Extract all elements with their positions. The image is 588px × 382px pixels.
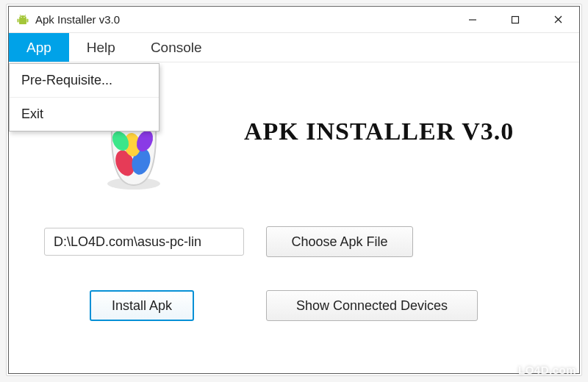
install-apk-button[interactable]: Install Apk [90,290,194,321]
titlebar: Apk Installer v3.0 [9,7,579,33]
page-title: APK INSTALLER V3.0 [244,118,514,145]
svg-rect-3 [18,18,19,22]
menu-app[interactable]: App [9,33,69,62]
svg-line-1 [20,15,21,16]
menu-prerequisite[interactable]: Pre-Requisite... [10,64,159,98]
menu-console[interactable]: Console [133,33,220,62]
watermark: LO4D.com [518,364,576,376]
minimize-button[interactable] [451,7,494,33]
svg-rect-4 [27,18,29,22]
svg-point-5 [21,16,21,17]
app-window: Apk Installer v3.0 App Help Console [8,6,580,374]
close-button[interactable] [537,7,579,33]
maximize-icon [511,15,520,24]
apk-path-input[interactable] [44,228,244,256]
close-icon [553,15,563,24]
menu-exit[interactable]: Exit [10,98,159,131]
maximize-button[interactable] [494,7,537,33]
window-controls [451,7,579,33]
svg-point-6 [24,16,24,17]
menubar: App Help Console [9,33,579,62]
app-menu-dropdown: Pre-Requisite... Exit [9,63,159,131]
svg-line-2 [25,15,26,16]
window-title: Apk Installer v3.0 [35,13,120,26]
show-devices-button[interactable]: Show Connected Devices [266,290,478,321]
svg-rect-0 [19,18,26,24]
svg-rect-8 [512,16,519,23]
android-icon [16,13,29,26]
menu-help[interactable]: Help [69,33,133,62]
minimize-icon [468,15,477,24]
choose-apk-button[interactable]: Choose Apk File [266,226,413,257]
